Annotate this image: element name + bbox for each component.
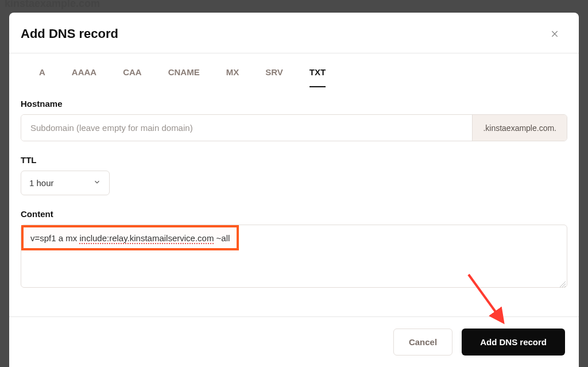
resize-handle-icon[interactable] bbox=[559, 279, 566, 286]
tab-cname[interactable]: CNAME bbox=[168, 67, 200, 87]
cancel-button[interactable]: Cancel bbox=[393, 329, 452, 356]
content-textarea[interactable]: v=spf1 a mx include:relay.kinstamailserv… bbox=[21, 225, 567, 288]
content-label: Content bbox=[21, 209, 567, 219]
ttl-field-group: TTL 1 hour bbox=[21, 155, 567, 195]
tab-aaaa[interactable]: AAAA bbox=[72, 67, 96, 87]
add-dns-record-button[interactable]: Add DNS record bbox=[462, 329, 565, 356]
content-value: v=spf1 a mx include:relay.kinstamailserv… bbox=[30, 233, 230, 243]
add-dns-record-modal: Add DNS record A AAAA CAA CNAME MX SRV T… bbox=[9, 13, 579, 367]
content-field-group: Content v=spf1 a mx include:relay.kinsta… bbox=[21, 209, 567, 288]
modal-title: Add DNS record bbox=[21, 26, 118, 41]
ttl-label: TTL bbox=[21, 155, 567, 165]
record-type-tabs: A AAAA CAA CNAME MX SRV TXT bbox=[9, 53, 579, 87]
tab-caa[interactable]: CAA bbox=[123, 67, 142, 87]
form-body: Hostname .kinstaexample.com. TTL 1 hour … bbox=[9, 87, 579, 316]
annotation-highlight-box: v=spf1 a mx include:relay.kinstamailserv… bbox=[21, 225, 239, 250]
hostname-input-wrap: .kinstaexample.com. bbox=[21, 114, 567, 141]
modal-footer: Cancel Add DNS record bbox=[9, 316, 579, 367]
ttl-selected-value: 1 hour bbox=[29, 178, 54, 188]
hostname-label: Hostname bbox=[21, 99, 567, 109]
tab-mx[interactable]: MX bbox=[226, 67, 239, 87]
hostname-field-group: Hostname .kinstaexample.com. bbox=[21, 99, 567, 141]
tab-srv[interactable]: SRV bbox=[265, 67, 283, 87]
modal-header: Add DNS record bbox=[9, 13, 579, 53]
hostname-suffix: .kinstaexample.com. bbox=[472, 115, 567, 141]
chevron-down-icon bbox=[93, 178, 101, 188]
svg-line-4 bbox=[564, 286, 566, 287]
ttl-select[interactable]: 1 hour bbox=[21, 171, 110, 195]
hostname-input[interactable] bbox=[21, 115, 472, 141]
close-icon[interactable] bbox=[549, 28, 560, 40]
tab-txt[interactable]: TXT bbox=[310, 67, 326, 87]
background-domain-title: kinstaexample.com bbox=[5, 0, 100, 10]
tab-a[interactable]: A bbox=[39, 67, 45, 87]
